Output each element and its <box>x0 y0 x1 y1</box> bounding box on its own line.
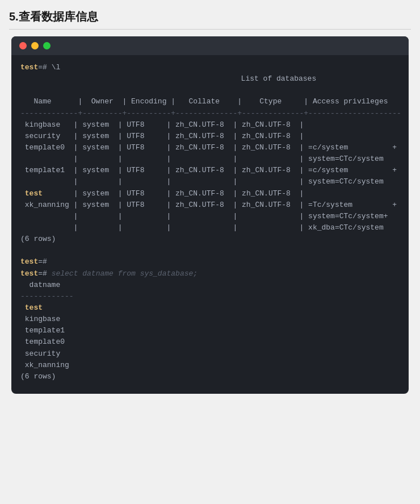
dot-yellow <box>31 42 39 49</box>
result-security: security <box>20 349 60 358</box>
row-xk-cont1: | | | | | system=CTc/system+ <box>20 212 388 220</box>
result-test: test <box>20 303 43 312</box>
col-header-datname: datname <box>20 281 69 289</box>
result-xk-nanning: xk_nanning <box>20 361 69 369</box>
prompt-line-3: test=# select datname from sys_database; <box>20 269 198 278</box>
col-divider: ------------ <box>20 292 74 301</box>
rows-count-2: (6 rows) <box>20 372 56 381</box>
prompt-line-1: test=# \l <box>20 63 60 72</box>
page-title: 5.查看数据库信息 <box>9 9 411 30</box>
row-test: test | system | UTF8 | zh_CN.UTF-8 | zh_… <box>20 189 304 198</box>
row-xk-nanning: xk_nanning | system | UTF8 | zh_CN.UTF-8… <box>20 201 397 209</box>
result-template1: template1 <box>20 326 65 335</box>
row-xk-cont2: | | | | | xk_dba=CTc/system <box>20 223 384 232</box>
prompt-line-2: test=# <box>20 257 47 266</box>
dot-red <box>19 42 27 49</box>
row-security: security | system | UTF8 | zh_CN.UTF-8 |… <box>20 132 304 140</box>
result-kingbase: kingbase <box>20 315 60 323</box>
table-title-line: List of databases <box>20 73 400 85</box>
dot-green <box>43 42 51 49</box>
table-header: Name | Owner | Encoding | Collate | Ctyp… <box>20 97 401 106</box>
terminal-window: test=# \l List of databases Name | Owner… <box>11 36 409 394</box>
result-template0: template0 <box>20 338 65 346</box>
row-template1-cont: | | | | | system=CTc/system <box>20 177 384 186</box>
terminal-body: test=# \l List of databases Name | Owner… <box>11 55 409 394</box>
row-template0: template0 | system | UTF8 | zh_CN.UTF-8 … <box>20 143 397 152</box>
table-divider: -------------+---------+----------+-----… <box>20 109 401 118</box>
rows-count-1: (6 rows) <box>20 235 56 243</box>
terminal-titlebar <box>11 36 409 55</box>
row-kingbase: kingbase | system | UTF8 | zh_CN.UTF-8 |… <box>20 120 304 129</box>
row-template0-cont: | | | | | system=CTc/system <box>20 155 384 163</box>
row-template1: template1 | system | UTF8 | zh_CN.UTF-8 … <box>20 166 397 174</box>
